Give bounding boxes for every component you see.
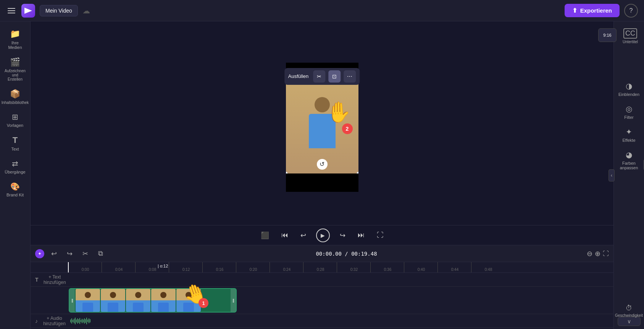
rotate-handle[interactable]: ↺ [317, 159, 328, 170]
thumb-head-4 [160, 292, 166, 298]
fit-button[interactable]: ⊡ [328, 70, 341, 83]
zoom-controls: ⊖ ⊕ ⛶ [587, 250, 609, 258]
farben-icon: ◕ [626, 150, 632, 159]
person-body [309, 114, 336, 148]
aspect-ratio-button[interactable]: 9:16 [598, 28, 617, 42]
timeline-ruler: 0:00 0:04 0:08 | o:12 0:12 0:16 0:20 0:2… [31, 262, 613, 273]
export-button[interactable]: ⬆ Exportieren [565, 4, 620, 17]
ruler-mark-5: 0:20 [236, 262, 270, 272]
forward-5-button[interactable]: ↪ [337, 229, 348, 242]
zoom-in-button[interactable]: ⊕ [595, 250, 600, 258]
ruler-mark-1: 0:04 [102, 262, 135, 272]
effekte-icon: ✦ [626, 127, 632, 136]
rewind-5-button[interactable]: ↩ [298, 229, 308, 242]
ruler-mark-11: 0:44 [437, 262, 471, 272]
sidebar-item-medien[interactable]: 📁 Ihre Medien [2, 26, 29, 53]
ruler-mark-7: 0:28 [303, 262, 337, 272]
sidebar-item-inhalt[interactable]: 📦 Inhaltsbibliothek [2, 86, 29, 108]
thumb-head-3 [135, 292, 141, 298]
wave-1 [70, 319, 71, 323]
playback-controls: ⬛ ⏮ ↩ ▶ ↪ ⏭ ⛶ [31, 225, 613, 245]
thumb-body-4 [158, 303, 169, 312]
library-icon: 📦 [10, 89, 20, 99]
add-audio-button[interactable]: + Audio hinzufügen [40, 316, 69, 326]
clip-thumb-2 [101, 289, 125, 312]
sidebar-item-aufzeichnen[interactable]: 🎬 Aufzeichnen und Erstellen [2, 54, 29, 84]
zoom-out-button[interactable]: ⊖ [587, 250, 592, 258]
thumb-body-5 [183, 303, 194, 312]
undo-button[interactable]: ↩ [48, 248, 60, 259]
subtitle-button[interactable]: CC Untertitel [623, 28, 638, 44]
play-button[interactable]: ▶ [316, 229, 330, 242]
expand-panel-button[interactable]: ∨ [618, 317, 641, 326]
wave-10 [81, 320, 81, 322]
wave-18 [90, 319, 90, 323]
clip-handle-left[interactable]: ‖ [69, 289, 75, 312]
right-sidebar: ‹ 9:16 CC Untertitel ◑ Einblenden ◎ Filt [613, 21, 644, 329]
ruler-mark-6: 0:24 [270, 262, 303, 272]
wave-9 [79, 318, 80, 324]
ruler-mark-9: 0:36 [370, 262, 404, 272]
skip-forward-button[interactable]: ⏭ [355, 229, 367, 241]
center-area: Ausfüllen ✂ ⊡ ⋯ [31, 21, 613, 329]
sidebar-item-vorlagen[interactable]: ⊞ Vorlagen [2, 109, 29, 131]
ruler-mark-0: 0:00 [68, 262, 102, 272]
right-panel-effekte[interactable]: ✦ Effekte [616, 124, 642, 146]
video-track-content: ‖ [69, 287, 613, 314]
fullscreen-button[interactable]: ⛶ [374, 229, 386, 241]
right-panel-filter[interactable]: ◎ Filter [616, 101, 642, 123]
wave-7 [77, 318, 78, 324]
timeline-badge-1: 1 [199, 298, 208, 308]
topbar: Mein Video ☁ ⬆ Exportieren ? [0, 0, 644, 21]
wave-12 [83, 319, 84, 323]
playhead [68, 262, 69, 272]
right-panel-farben[interactable]: ◕ Farben anpassen [616, 147, 642, 173]
cut-button[interactable]: ✂ [79, 248, 91, 259]
time-display: 00:00.00 / 00:19.48 [110, 251, 583, 257]
redo-button[interactable]: ↪ [64, 248, 76, 259]
right-panel-einblenden[interactable]: ◑ Einblenden [616, 78, 642, 100]
text-icon: T [13, 135, 18, 145]
right-panel-items: ◑ Einblenden ◎ Filter ✦ Effekte ◕ Farben… [614, 78, 644, 173]
sidebar-item-ubergange[interactable]: ⇄ Übergänge [2, 156, 29, 177]
sidebar-item-brandkit[interactable]: 🎨 Brand Kit [2, 179, 29, 200]
wave-17 [89, 318, 89, 323]
clip-thumb-3 [126, 289, 150, 312]
video-toolbar: Ausfüllen ✂ ⊡ ⋯ [284, 68, 360, 85]
wave-16 [87, 319, 88, 322]
app-logo [21, 4, 35, 18]
help-button[interactable]: ? [624, 4, 638, 18]
ruler-mark-8: 0:32 [337, 262, 370, 272]
person-silhouette [307, 97, 337, 158]
more-button[interactable]: ⋯ [344, 70, 356, 83]
fill-label: Ausfüllen [288, 73, 308, 79]
wave-8 [78, 319, 79, 323]
crop-button[interactable]: ✂ [313, 70, 325, 83]
ruler-marks: 0:00 0:04 0:08 | o:12 0:12 0:16 0:20 0:2… [68, 262, 505, 272]
duplicate-button[interactable]: ⧉ [95, 248, 106, 259]
skip-back-button[interactable]: ⏮ [279, 229, 291, 241]
audio-track-row: ♪ + Audio hinzufügen [31, 314, 613, 328]
wave-6 [76, 319, 77, 323]
right-sidebar-collapse-btn[interactable]: ‹ [608, 169, 615, 182]
project-name-button[interactable]: Mein Video [40, 5, 78, 16]
sidebar-item-text[interactable]: T Text [2, 132, 29, 154]
speed-button[interactable]: ⏱ Geschwindigkeit [615, 304, 643, 318]
ruler-mark-12: 0:48 [471, 262, 505, 272]
video-track-row: ‖ [31, 287, 613, 314]
menu-button[interactable] [6, 6, 17, 15]
auto-cut-button[interactable]: ✦ [35, 249, 44, 258]
filter-icon: ◎ [626, 104, 632, 113]
clip-handle-right[interactable]: ‖ [231, 289, 236, 312]
wave-13 [84, 318, 85, 324]
clip-thumb-5 [176, 289, 201, 312]
add-text-button[interactable]: + Text hinzufügen [41, 274, 69, 285]
video-clip[interactable]: ‖ [69, 288, 237, 313]
ruler-mark-3: | o:12 0:12 [169, 262, 202, 272]
fit-timeline-button[interactable]: ⛶ [603, 250, 609, 257]
thumb-head-1 [85, 292, 91, 298]
clip-thumb-1 [76, 289, 100, 312]
caption-toggle-button[interactable]: ⬛ [258, 229, 271, 242]
wave-14 [85, 319, 86, 323]
text-track-icon: T [35, 277, 39, 283]
